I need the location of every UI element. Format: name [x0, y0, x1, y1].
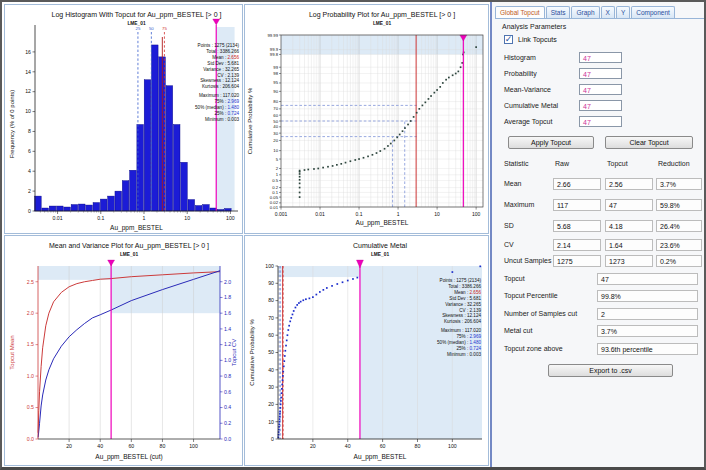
stats-box-line-minimum: Minimum : 0.003: [205, 117, 239, 122]
histogram-bar: [210, 208, 217, 211]
param-input-average-topcut[interactable]: 47: [579, 116, 622, 127]
x-tick-label: 20: [310, 443, 316, 449]
y-tick-label: 99.99: [268, 33, 279, 38]
stat-mean-topcut: 2.56: [605, 178, 653, 190]
y-tick-label: 98: [273, 71, 278, 76]
stat-label-maximum: Maximum: [504, 201, 534, 208]
tab-x[interactable]: X: [601, 6, 615, 18]
y-tick-label: 20: [268, 401, 274, 407]
stat-maximum-topcut: 47: [605, 199, 653, 211]
left-y-tick-label: 2.5: [27, 279, 34, 285]
percentile-label-25: 25: [135, 26, 140, 31]
stats-box-line-25: 25% : 0.724: [456, 346, 481, 351]
y-tick-label: 0: [271, 436, 274, 442]
y-tick-label: 70: [273, 106, 278, 111]
stat-sd-reduction: 26.4%: [656, 220, 702, 232]
left-y-tick-label: 1.0: [27, 373, 34, 379]
x-tick-label: 80: [415, 443, 421, 449]
summary-value-topcut: 47: [597, 273, 698, 285]
y-tick-label: 0.01: [270, 205, 279, 210]
histogram-bar: [166, 86, 173, 211]
param-input-histogram[interactable]: 47: [579, 52, 622, 63]
chart-title: Log Probability Plot for Au_ppm_BESTEL […: [309, 11, 455, 19]
right-y-tick-label: 1.4: [224, 326, 231, 332]
topcut-marker[interactable]: [108, 260, 115, 266]
check-icon: ✓: [505, 35, 513, 44]
stats-box-line-kurtosis: Kurtosis : 206.604: [444, 319, 481, 324]
x-tick-label: 1: [143, 215, 146, 221]
histogram-bar: [78, 204, 85, 211]
stats-box-line-std-dev: Std Dev : 5.681: [449, 296, 481, 301]
y-tick-label: 60: [273, 113, 278, 118]
histogram-bar: [137, 124, 144, 211]
x-tick-label: 100: [472, 211, 481, 217]
stats-box-line-cv: CV : 2.139: [217, 73, 239, 78]
histogram-bar: [71, 205, 78, 211]
link-topcuts-checkbox[interactable]: ✓: [504, 35, 513, 44]
left-y-tick-label: 2.0: [27, 310, 34, 316]
histogram-bar: [35, 196, 42, 211]
param-input-mean-variance[interactable]: 47: [579, 84, 622, 95]
y-tick-label: 95: [273, 80, 278, 85]
clear-topcut-button[interactable]: Clear Topcut: [605, 136, 693, 149]
y-tick-label: 99.8: [270, 52, 279, 57]
left-y-tick-label: 1.5: [27, 341, 34, 347]
apply-topcut-button[interactable]: Apply Topcut: [508, 136, 594, 149]
stats-box-line-maximum: Maximum : 117.020: [441, 328, 481, 333]
stats-box-line-50-median: 50% (median) : 1.480: [437, 340, 481, 345]
histogram-bar: [115, 191, 122, 211]
param-input-probability[interactable]: 47: [579, 68, 622, 79]
summary-value-topcut-percentile: 99.8%: [597, 290, 698, 302]
stat-label-mean: Mean: [504, 180, 522, 187]
y-tick-label: 2: [276, 166, 279, 171]
summary-label-topcut-zone-above: Topcut zone above: [504, 345, 563, 352]
histogram-bar: [173, 124, 180, 211]
summary-label-metal-cut: Metal cut: [504, 327, 532, 334]
x-tick-label: 0.01: [315, 211, 325, 217]
chart-subtitle: LME_01: [371, 252, 389, 257]
tab-component[interactable]: Component: [631, 6, 675, 18]
stats-box-line-75: 75% : 2.969: [456, 334, 481, 339]
chart-title: Log Histogram With Topcut for Au_ppm_BES…: [52, 11, 222, 19]
chart-log-probability: 99.9999.999.8999895908070605040302010521…: [244, 4, 489, 234]
y-tick-label: 20: [273, 138, 278, 143]
chart-subtitle: LME_01: [373, 21, 391, 26]
x-axis-label: Au_ppm_BESTEL: [110, 224, 163, 232]
stats-box-line-total: Total : 3386.266: [206, 49, 239, 54]
log-histogram-svg: 25507502468101214160.010.1110100Log Hist…: [5, 5, 242, 233]
stat-uncut-samples-reduction: 0.2%: [656, 255, 702, 267]
x-tick-label: 10: [434, 211, 440, 217]
tab-stats[interactable]: Stats: [546, 6, 571, 18]
stats-box-line-mean: Mean : 2.656: [454, 290, 481, 295]
mean-variance-svg: 0.00.51.01.52.02.50.00.20.40.60.81.01.21…: [5, 236, 242, 465]
right-y-tick-label: 2.0: [224, 279, 231, 285]
param-input-cumulative-metal[interactable]: 47: [579, 100, 622, 111]
right-y-tick-label: 1.8: [224, 294, 231, 300]
y-tick-label: 90: [268, 280, 274, 286]
y-tick-label: 40: [268, 367, 274, 373]
export-csv-button[interactable]: Export to .csv: [548, 364, 673, 377]
histogram-bar: [130, 170, 137, 211]
param-label-probability: Probability: [504, 70, 537, 77]
chart-cumulative-metal: 010203040506070809010020406080100Cumulat…: [244, 235, 489, 466]
tab-bar: Global TopcutStatsGraphXYComponent: [495, 4, 705, 19]
log-probability-svg: 99.9999.999.8999895908070605040302010521…: [245, 5, 488, 233]
tab-y[interactable]: Y: [616, 6, 630, 18]
global-topcut-panel: Global TopcutStatsGraphXYComponent Analy…: [490, 2, 706, 467]
summary-value-topcut-zone-above: 93.6th percentile: [597, 343, 698, 355]
y-tick-label: 60: [268, 332, 274, 338]
tab-global-topcut[interactable]: Global Topcut: [495, 6, 545, 18]
tab-graph[interactable]: Graph: [571, 6, 599, 18]
histogram-bar: [188, 200, 195, 211]
y-tick-label: 50: [273, 119, 278, 124]
stats-box-line-maximum: Maximum : 117.020: [199, 93, 239, 98]
summary-value-number-of-samples-cut: 2: [597, 308, 698, 320]
stat-label-sd: SD: [504, 222, 514, 229]
x-tick-label: 100: [189, 443, 198, 449]
histogram-bar: [42, 208, 49, 211]
stat-maximum-raw: 117: [553, 199, 601, 211]
y-tick-label: 8: [28, 128, 31, 134]
stat-label-uncut-samples: Uncut Samples: [504, 257, 551, 264]
topcut-marker[interactable]: [213, 19, 220, 25]
link-topcuts-row: ✓ Link Topcuts: [504, 35, 557, 44]
